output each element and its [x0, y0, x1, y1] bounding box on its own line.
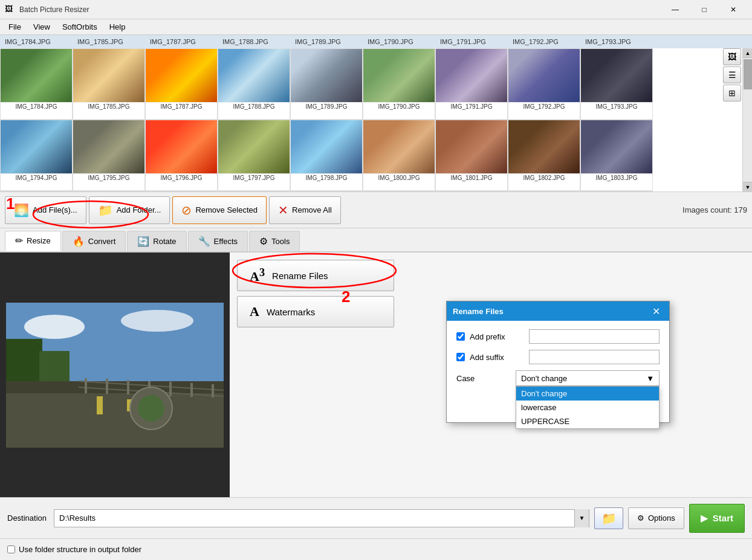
- image-thumb: [291, 49, 362, 102]
- image-cell[interactable]: IMG_1800.JPG: [363, 120, 435, 191]
- options-button[interactable]: ⚙ Options: [628, 507, 684, 529]
- options-gear-icon: ⚙: [637, 513, 644, 523]
- image-cell[interactable]: IMG_1795.JPG: [73, 120, 145, 191]
- menu-file[interactable]: File: [2, 21, 27, 33]
- strip-header: IMG_1784.JPG IMG_1785.JPG IMG_1787.JPG I…: [0, 35, 752, 48]
- image-cell[interactable]: [73, 191, 145, 192]
- svg-rect-11: [85, 378, 87, 393]
- image-cell[interactable]: IMG_1785.JPG: [73, 48, 145, 120]
- start-label: Start: [713, 513, 733, 523]
- image-cell[interactable]: IMG_1784.JPG: [0, 48, 73, 120]
- tab-effects[interactable]: 🔧 Effects: [188, 231, 248, 251]
- use-folder-structure-text: Use folder structure in output folder: [19, 545, 141, 554]
- menu-view[interactable]: View: [27, 21, 56, 33]
- remove-all-label: Remove All: [292, 205, 332, 214]
- rename-files-button[interactable]: A3 Rename Files: [237, 260, 394, 291]
- watermarks-button[interactable]: A Watermarks: [237, 296, 394, 327]
- image-cell[interactable]: IMG_1803.JPG: [580, 120, 653, 191]
- case-option-lowercase[interactable]: lowercase: [516, 401, 659, 414]
- image-thumb: [1, 191, 72, 192]
- thumbnail-view-button[interactable]: 🖼: [723, 48, 741, 65]
- image-cell[interactable]: IMG_1798.JPG: [290, 120, 363, 191]
- scroll-down-button[interactable]: ▼: [743, 182, 752, 191]
- tab-tools[interactable]: ⚙ Tools: [249, 231, 300, 251]
- add-suffix-input[interactable]: [529, 350, 660, 364]
- image-cell[interactable]: [363, 191, 435, 192]
- tab-rotate[interactable]: 🔄 Rotate: [127, 231, 186, 251]
- scroll-up-button[interactable]: ▲: [743, 48, 752, 58]
- add-prefix-input[interactable]: [529, 329, 660, 344]
- title-text: Batch Picture Resizer: [19, 5, 661, 14]
- use-folder-structure-checkbox[interactable]: [7, 546, 15, 553]
- start-button[interactable]: ▶ Start: [689, 504, 745, 533]
- destination-input[interactable]: D:\Results: [54, 513, 574, 523]
- list-view-button[interactable]: ☰: [723, 66, 741, 83]
- image-cell[interactable]: IMG_1787.JPG: [145, 48, 218, 120]
- image-cell[interactable]: IMG_1793.JPG: [580, 48, 653, 120]
- image-cell[interactable]: [145, 191, 218, 192]
- tabs-bar: ✏ Resize 🔥 Convert 🔄 Rotate 🔧 Effects ⚙ …: [0, 228, 752, 253]
- add-files-button[interactable]: 🌅 Add File(s)...: [5, 196, 86, 224]
- remove-selected-button[interactable]: ⊘ Remove Selected: [172, 196, 267, 224]
- svg-rect-13: [127, 380, 129, 394]
- remove-all-button[interactable]: ✕ Remove All: [269, 196, 341, 224]
- image-cell[interactable]: [290, 191, 363, 192]
- image-cell[interactable]: [508, 191, 580, 192]
- image-cell[interactable]: IMG_1797.JPG: [218, 120, 290, 191]
- case-option-uppercase[interactable]: UPPERCASE: [516, 414, 659, 428]
- image-thumb: [146, 49, 217, 102]
- image-cell[interactable]: IMG_1790.JPG: [363, 48, 435, 120]
- convert-tab-label: Convert: [88, 237, 116, 246]
- browse-folder-button[interactable]: 📁: [594, 507, 623, 529]
- convert-tab-icon: 🔥: [73, 236, 85, 247]
- image-cell[interactable]: IMG_1794.JPG: [0, 120, 73, 191]
- destination-dropdown-button[interactable]: ▼: [574, 509, 589, 527]
- image-cell[interactable]: [580, 191, 653, 192]
- image-thumb: [363, 191, 435, 192]
- header-item: IMG_1792.JPG: [510, 38, 583, 45]
- scroll-thumb[interactable]: [744, 59, 752, 89]
- minimize-button[interactable]: —: [661, 0, 689, 19]
- use-folder-structure-label[interactable]: Use folder structure in output folder: [7, 545, 141, 554]
- image-label: IMG_1796.JPG: [146, 173, 217, 184]
- dialog-close-button[interactable]: ✕: [649, 304, 663, 318]
- image-cell[interactable]: IMG_1802.JPG: [508, 120, 580, 191]
- right-sidebar: 🖼 ☰ ⊞: [723, 48, 741, 101]
- maximize-button[interactable]: □: [690, 0, 718, 19]
- case-option-dont-change[interactable]: Don't change: [516, 387, 659, 401]
- image-cell[interactable]: [435, 191, 508, 192]
- menu-help[interactable]: Help: [103, 21, 132, 33]
- image-cell[interactable]: IMG_1792.JPG: [508, 48, 580, 120]
- image-label: IMG_1790.JPG: [363, 102, 435, 113]
- grid-view-button[interactable]: ⊞: [723, 85, 741, 101]
- case-current-value: Don't change: [521, 374, 567, 383]
- destination-input-wrapper[interactable]: D:\Results ▼: [54, 509, 589, 527]
- add-prefix-checkbox[interactable]: [456, 332, 465, 341]
- watermarks-icon: A: [250, 304, 259, 320]
- resize-tab-icon: ✏: [15, 235, 23, 246]
- svg-rect-17: [212, 384, 214, 397]
- add-folder-label: Add Folder...: [117, 205, 161, 214]
- add-suffix-checkbox[interactable]: [456, 353, 465, 361]
- close-button[interactable]: ✕: [719, 0, 747, 19]
- image-thumb: [508, 120, 580, 173]
- image-label: IMG_1801.JPG: [436, 173, 507, 184]
- case-dropdown-button[interactable]: Don't change ▼: [516, 370, 660, 386]
- menu-softorbits[interactable]: SoftOrbits: [56, 21, 103, 33]
- case-dropdown[interactable]: Don't change ▼ Don't change lowercase UP…: [516, 370, 660, 386]
- image-cell[interactable]: IMG_1788.JPG: [218, 48, 290, 120]
- image-cell[interactable]: IMG_1791.JPG: [435, 48, 508, 120]
- image-cell[interactable]: [0, 191, 73, 192]
- image-cell[interactable]: IMG_1801.JPG: [435, 120, 508, 191]
- strip-scrollbar[interactable]: ▲ ▼: [742, 48, 752, 191]
- tab-convert[interactable]: 🔥 Convert: [62, 231, 126, 251]
- add-folder-button[interactable]: 📁 Add Folder...: [89, 196, 170, 224]
- start-arrow-icon: ▶: [701, 513, 708, 524]
- dialog-title-text: Rename Files: [453, 307, 504, 316]
- watermarks-label: Watermarks: [267, 307, 315, 317]
- images-count: Images count: 179: [682, 205, 747, 214]
- tab-resize[interactable]: ✏ Resize: [5, 231, 61, 251]
- image-cell[interactable]: [218, 191, 290, 192]
- image-cell[interactable]: IMG_1796.JPG: [145, 120, 218, 191]
- image-cell[interactable]: IMG_1789.JPG: [290, 48, 363, 120]
